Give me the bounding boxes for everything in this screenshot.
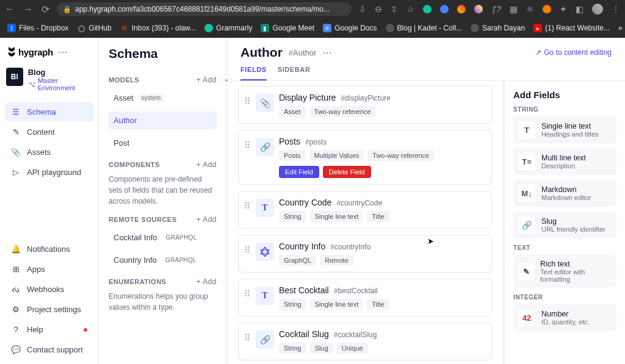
nav-apps[interactable]: ⊞Apps — [5, 260, 93, 279]
model-menu-icon[interactable]: ⋯ — [322, 47, 332, 59]
model-post[interactable]: Post — [109, 134, 217, 152]
field-card[interactable]: ⠿ 🔗 Posts#posts PostsMultiple ValuesTwo-… — [238, 130, 492, 185]
field-pill: Single line text — [310, 299, 364, 310]
url-bar[interactable]: 🔒 app.hygraph.com/fa3cb006567c468881f216… — [57, 2, 352, 16]
collapse-panel-button[interactable]: « — [221, 74, 232, 85]
fieldtype-slug[interactable]: 🔗SlugURL friendly identifier — [513, 212, 616, 238]
bookmark-item[interactable]: ▮Google Meet — [261, 24, 314, 32]
edit-field-button[interactable]: Edit Field — [279, 166, 319, 178]
field-card[interactable]: ⠿ T Best Cocktail#bestCocktail StringSin… — [238, 279, 492, 316]
schema-panel: « Schema MODELS+ Add Assetsystem Author … — [99, 38, 227, 364]
add-remote-button[interactable]: + Add — [197, 215, 217, 224]
install-icon[interactable]: ⇩ — [359, 4, 366, 14]
field-pill: GraphQL — [279, 255, 316, 266]
field-api-id: #countryInfo — [330, 243, 370, 251]
ext-6-icon[interactable]: ▦ — [510, 4, 518, 14]
panel-icon[interactable]: ◧ — [576, 4, 583, 14]
ext-3-icon[interactable] — [457, 5, 466, 13]
nav-notifications[interactable]: 🔔Notifications — [5, 240, 93, 259]
bookmark-item[interactable]: ≡Google Docs — [323, 24, 377, 32]
nav-support[interactable]: 💬Contact support — [5, 340, 93, 359]
ext-2-icon[interactable] — [440, 5, 449, 13]
nav-assets[interactable]: 📎Assets — [5, 143, 93, 162]
ext-8-icon[interactable] — [543, 5, 551, 13]
ext-5-icon[interactable]: ƒ? — [491, 4, 501, 14]
project-menu-icon[interactable]: ⋯ — [58, 46, 68, 58]
drag-handle-icon[interactable]: ⠿ — [244, 329, 251, 343]
tab-sidebar[interactable]: SIDEBAR — [278, 66, 311, 80]
fieldtype-single-line[interactable]: TSingle line textHeadings and titles — [513, 116, 616, 143]
browser-chrome: ← → ⟳ 🔒 app.hygraph.com/fa3cb006567c4688… — [0, 0, 625, 38]
tab-fields[interactable]: FIELDS — [240, 66, 267, 80]
star-icon[interactable]: ☆ — [406, 4, 414, 14]
field-pill: Remote — [320, 255, 353, 266]
drag-handle-icon[interactable]: ⠿ — [244, 285, 251, 299]
zoom-icon[interactable]: ⊖ — [375, 4, 382, 14]
forward-icon[interactable]: → — [23, 4, 33, 15]
go-to-content-link[interactable]: ↗Go to content editing — [535, 48, 612, 57]
delete-field-button[interactable]: Delete Field — [323, 166, 371, 178]
field-card[interactable]: ⠿ 🔗 Cocktail Slug#cocktailSlug StringSlu… — [238, 323, 492, 360]
nav-api[interactable]: ▷API playground — [5, 163, 93, 182]
drag-handle-icon[interactable]: ⠿ — [244, 93, 251, 106]
bookmark-item[interactable]: MInbox (393) - olaw... — [120, 24, 196, 32]
remote-heading: REMOTE SOURCES — [109, 216, 177, 223]
model-author[interactable]: Author — [109, 112, 217, 129]
play-icon: ▷ — [11, 168, 21, 177]
field-name: Best Cocktail — [279, 285, 329, 295]
ext-react-icon[interactable]: ⚛ — [526, 4, 534, 14]
graphql-badge: GRAPHQL — [166, 234, 197, 241]
nav-content[interactable]: ✎Content — [5, 123, 93, 141]
fieldtype-multi-line[interactable]: T≡Multi line textDescription — [513, 148, 616, 175]
field-card[interactable]: ⠿ Country Info#countryInfo GraphQLRemote — [238, 235, 492, 273]
menu-icon[interactable]: ⋮ — [612, 4, 620, 14]
back-icon[interactable]: ← — [5, 4, 15, 15]
nav-webhooks[interactable]: ᔔWebhooks — [5, 280, 93, 299]
bookmark-item[interactable]: Grammarly — [204, 24, 252, 32]
components-heading: COMPONENTS — [109, 161, 160, 168]
notification-dot-icon — [84, 328, 87, 332]
profile-avatar[interactable] — [592, 4, 603, 15]
remote-cocktail[interactable]: Cocktail InfoGRAPHQL — [109, 229, 217, 246]
nav-schema[interactable]: ☰Schema — [5, 102, 93, 121]
reload-icon[interactable]: ⟳ — [42, 4, 49, 15]
graphql-badge: GRAPHQL — [165, 257, 197, 263]
main-content: Author #Author ⋯ ↗Go to content editing … — [227, 38, 625, 364]
nav-help[interactable]: ?Help — [5, 320, 93, 339]
project-selector[interactable]: Bl Blog ⌥Master Environment — [5, 65, 93, 95]
model-asset[interactable]: Assetsystem — [109, 89, 217, 107]
fields-list: ⠿ 📎 Display Picture#displayPicture Asset… — [227, 81, 503, 364]
drag-handle-icon[interactable]: ⠿ — [244, 198, 251, 211]
field-card[interactable]: ⠿ T Country Code#countryCode StringSingl… — [238, 191, 492, 229]
add-component-button[interactable]: + Add — [197, 160, 217, 169]
add-enum-button[interactable]: + Add — [197, 277, 217, 286]
bookmark-item[interactable]: ⇪Files - Dropbox — [7, 24, 68, 32]
bookmark-item[interactable]: Blog | Kadet - Coll... — [386, 24, 463, 32]
nav-bottom: 🔔Notifications ⊞Apps ᔔWebhooks ⚙Project … — [5, 240, 93, 359]
fieldtype-markdown[interactable]: M↓MarkdownMarkdown editor — [513, 180, 616, 207]
fieldtype-richtext[interactable]: ✎Rich textText editor with formatting — [513, 255, 616, 288]
system-badge: system — [139, 94, 164, 102]
drag-handle-icon[interactable]: ⠿ — [244, 137, 251, 150]
fieldtype-number[interactable]: 42NumberID, quantity, etc. — [513, 304, 616, 331]
drag-handle-icon[interactable]: ⠿ — [244, 241, 251, 255]
bookmark-item[interactable]: ▸(1) React Website... — [533, 24, 610, 32]
models-heading: MODELS — [109, 76, 139, 84]
puzzle-icon[interactable]: ✦ — [560, 4, 567, 14]
add-model-button[interactable]: + Add — [197, 76, 217, 84]
schema-title: Schema — [109, 46, 217, 61]
multiline-icon: T≡ — [518, 153, 535, 170]
field-pill: Slug — [310, 343, 333, 354]
nav-settings[interactable]: ⚙Project settings — [5, 300, 93, 319]
field-pill: Two-way reference — [309, 106, 376, 117]
logo[interactable]: hygraph — [7, 47, 53, 57]
field-pill: Single line text — [310, 211, 364, 222]
ext-4-icon[interactable] — [474, 5, 483, 13]
bookmark-item[interactable]: Sarah Dayan — [471, 24, 525, 32]
bookmark-item[interactable]: ◯GitHub — [77, 24, 111, 32]
remote-country[interactable]: Country InfoGRAPHQL — [109, 251, 217, 269]
field-card[interactable]: ⠿ 📎 Display Picture#displayPicture Asset… — [238, 86, 492, 124]
share-icon[interactable]: ⇧ — [391, 4, 398, 14]
bookmarks-overflow-icon[interactable]: » — [618, 24, 623, 32]
ext-grammarly-icon[interactable] — [423, 5, 432, 13]
